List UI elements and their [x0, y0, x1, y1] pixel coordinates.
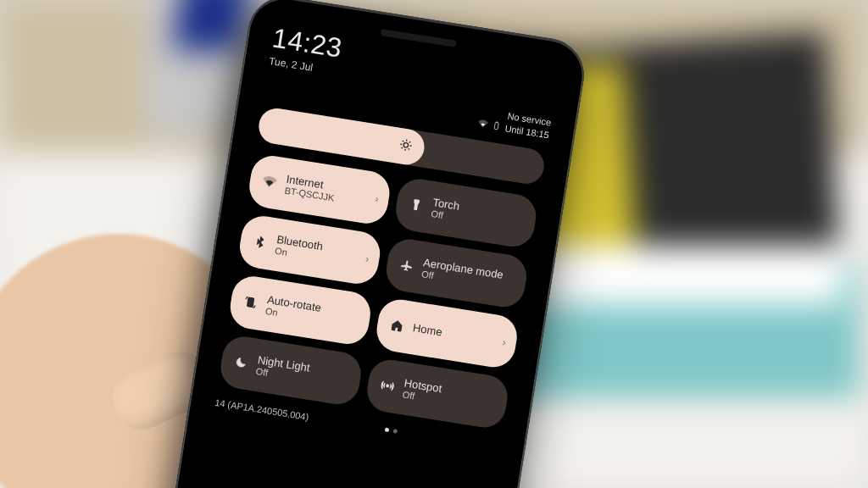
svg-point-2 — [403, 142, 409, 147]
chevron-right-icon: › — [374, 192, 379, 204]
wifi-icon — [261, 173, 279, 191]
svg-line-10 — [409, 141, 411, 143]
svg-line-7 — [403, 141, 404, 142]
bluetooth-icon — [252, 233, 270, 251]
tile-nightlight[interactable]: Night Light Off — [218, 334, 364, 408]
build-label: 14 (AP1A.240505.004) — [214, 397, 309, 422]
svg-rect-12 — [247, 297, 253, 308]
tile-autorotate[interactable]: Auto-rotate On — [227, 274, 374, 347]
svg-rect-0 — [494, 122, 498, 130]
brightness-icon — [398, 137, 414, 156]
tile-bluetooth[interactable]: Bluetooth On › — [236, 213, 383, 286]
chevron-right-icon: › — [364, 253, 370, 265]
autorotate-icon — [242, 294, 259, 312]
tile-internet[interactable]: Internet BT-QSCJJK › — [247, 152, 393, 226]
moon-icon — [232, 354, 250, 372]
tile-aeroplane[interactable]: Aeroplane mode Off — [383, 236, 530, 310]
svg-line-8 — [409, 148, 410, 150]
hotspot-icon — [379, 377, 397, 395]
wifi-icon — [477, 118, 489, 131]
battery-icon — [491, 120, 503, 134]
tile-torch[interactable]: Torch Off — [392, 176, 539, 250]
airplane-icon — [398, 257, 415, 274]
torch-icon — [408, 197, 426, 214]
tile-title: Home — [412, 321, 443, 339]
svg-line-9 — [402, 147, 403, 149]
home-icon — [388, 317, 406, 335]
svg-point-13 — [387, 385, 389, 387]
tile-home[interactable]: Home › — [374, 297, 520, 370]
chevron-right-icon: › — [502, 336, 507, 348]
page-indicator — [385, 427, 398, 433]
tile-hotspot[interactable]: Hotspot Off — [364, 357, 511, 430]
